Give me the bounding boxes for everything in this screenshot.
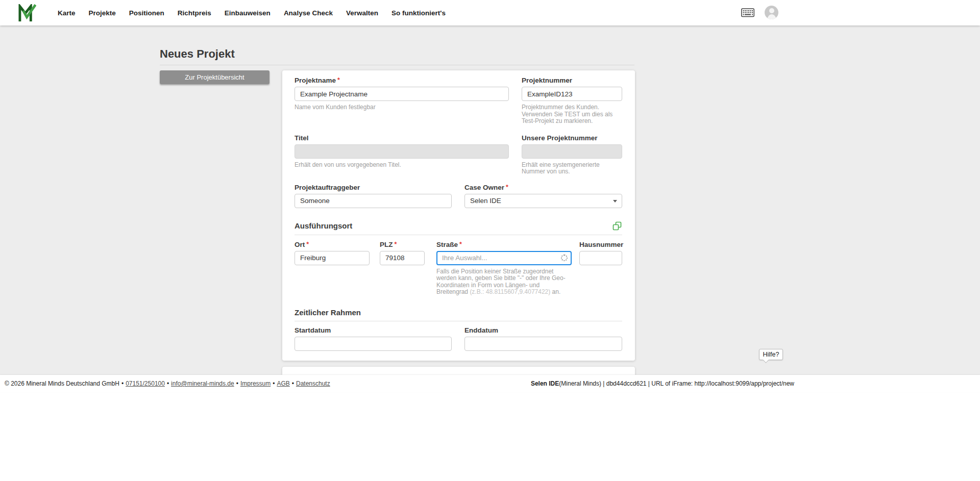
projektname-input[interactable] <box>295 87 509 101</box>
field-unsere-projektnummer: Unsere Projektnummer Erhält eine systemg… <box>522 134 622 175</box>
projektauftraggeber-label: Projektauftraggeber <box>295 184 452 192</box>
case-owner-select[interactable]: Selen IDE <box>464 194 622 208</box>
required-asterisk: * <box>337 77 340 84</box>
page-title: Neues Projekt <box>160 47 235 61</box>
hausnummer-label: Hausnummer <box>579 241 622 249</box>
field-enddatum: Enddatum <box>464 326 622 351</box>
field-titel: Titel Erhält den von uns vorgegebenen Ti… <box>295 134 509 175</box>
mineral-minds-logo-icon[interactable] <box>18 4 36 21</box>
case-owner-label: Case Owner <box>464 184 504 191</box>
enddatum-label: Enddatum <box>464 326 622 335</box>
nav-item-karte[interactable]: Karte <box>58 9 76 17</box>
hausnummer-input[interactable] <box>579 251 622 265</box>
footer-separator: • <box>273 380 275 387</box>
avatar-head <box>769 8 774 13</box>
nav-item-positionen[interactable]: Positionen <box>129 9 164 17</box>
required-asterisk: * <box>459 241 462 248</box>
plz-input[interactable] <box>380 251 425 265</box>
footer-separator: • <box>292 380 294 387</box>
content-area: Neues Projekt Zur Projektübersicht Proje… <box>0 26 980 375</box>
section-divider <box>295 235 622 235</box>
strasse-input-wrap <box>436 251 572 265</box>
nav-item-verwalten[interactable]: Verwalten <box>346 9 378 17</box>
projektauftraggeber-input[interactable] <box>295 194 452 208</box>
field-projektname: Projektname* Name vom Kunden festlegbar <box>295 77 509 125</box>
zeitlicher-rahmen-heading: Zeitlicher Rahmen <box>295 308 361 317</box>
top-navbar: KarteProjektePositionenRichtpreisEinbauw… <box>0 0 980 26</box>
chevron-down-icon <box>613 200 617 202</box>
footer-bar: © 2026 Mineral Minds Deutschland GmbH•07… <box>0 375 980 392</box>
strasse-label: Straße <box>436 241 458 248</box>
field-plz: PLZ* <box>380 241 425 296</box>
startdatum-label: Startdatum <box>295 326 452 335</box>
form-row-2: Titel Erhält den von uns vorgegebenen Ti… <box>295 134 622 175</box>
plz-label: PLZ <box>380 241 393 248</box>
user-avatar-icon[interactable] <box>765 6 778 19</box>
nav-item-analyse-check[interactable]: Analyse Check <box>284 9 333 17</box>
projektname-label: Projektname <box>295 77 336 84</box>
section-divider <box>295 321 622 321</box>
form-row-3: Projektauftraggeber Case Owner* Selen ID… <box>295 184 622 208</box>
field-strasse: Straße* Falls die Position keiner Straße… <box>436 241 572 296</box>
startdatum-input[interactable] <box>295 337 452 351</box>
back-to-project-overview-button[interactable]: Zur Projektübersicht <box>160 70 270 84</box>
projektnummer-label: Projektnummer <box>522 77 622 85</box>
field-ort: Ort* <box>295 241 370 296</box>
unsere-projektnummer-label: Unsere Projektnummer <box>522 134 622 142</box>
form-row-4: Ort* PLZ* Straße* Falls die Position kei… <box>295 241 622 296</box>
footer-link-agb[interactable]: AGB <box>277 380 289 387</box>
nav-item-projekte[interactable]: Projekte <box>89 9 116 17</box>
copy-address-icon[interactable] <box>612 221 622 231</box>
case-owner-selected-value: Selen IDE <box>470 197 501 205</box>
nav-links: KarteProjektePositionenRichtpreisEinbauw… <box>58 0 446 26</box>
next-section-card-partial <box>282 367 635 375</box>
app-screen: KarteProjektePositionenRichtpreisEinbauw… <box>0 0 980 481</box>
footer-link-impressum[interactable]: Impressum <box>240 380 271 387</box>
field-case-owner: Case Owner* Selen IDE <box>464 184 622 208</box>
help-button[interactable]: Hilfe? <box>759 349 783 360</box>
loading-spinner-icon <box>561 255 568 261</box>
nav-item-einbauweisen[interactable]: Einbauweisen <box>225 9 271 17</box>
ausfuehrungsort-heading: Ausführungsort <box>295 221 352 231</box>
footer-left: © 2026 Mineral Minds Deutschland GmbH•07… <box>5 375 330 392</box>
unsere-projektnummer-input <box>522 144 622 159</box>
field-projektauftraggeber: Projektauftraggeber <box>295 184 452 208</box>
footer-link-07151-250100[interactable]: 07151/250100 <box>126 380 165 387</box>
footer-right: Selen IDE (Mineral Minds) | dbd44dccd621… <box>531 375 794 392</box>
ort-label: Ort <box>295 241 305 248</box>
footer-user: Selen IDE <box>531 380 559 387</box>
enddatum-input[interactable] <box>464 337 622 351</box>
strasse-input[interactable] <box>436 251 572 265</box>
form-row-5: Startdatum Enddatum <box>295 326 622 351</box>
avatar-torso <box>767 14 776 19</box>
unsere-projektnummer-helper: Erhält eine systemgenerierte Nummer von … <box>522 162 622 175</box>
footer-separator: • <box>236 380 238 387</box>
projektnummer-input[interactable] <box>522 87 622 101</box>
required-asterisk: * <box>306 241 309 248</box>
nav-item-so-funktioniert-s[interactable]: So funktioniert's <box>391 9 446 17</box>
field-projektnummer: Projektnummer Projektnummer des Kunden. … <box>522 77 622 125</box>
section-header-zeitlicher-rahmen: Zeitlicher Rahmen <box>295 308 622 317</box>
footer-separator: • <box>121 380 124 387</box>
footer-link-datenschutz[interactable]: Datenschutz <box>296 380 330 387</box>
title-divider <box>160 65 634 65</box>
section-header-ausfuehrungsort: Ausführungsort <box>295 221 622 231</box>
keyboard-icon[interactable] <box>741 8 754 17</box>
new-project-form-card: Projektname* Name vom Kunden festlegbar … <box>282 70 635 361</box>
nav-item-richtpreis[interactable]: Richtpreis <box>178 9 211 17</box>
footer-link-info-mineral-minds-de[interactable]: info@mineral-minds.de <box>171 380 234 387</box>
field-hausnummer: Hausnummer <box>579 241 622 296</box>
projektname-helper: Name vom Kunden festlegbar <box>295 104 509 111</box>
footer-separator: • <box>167 380 169 387</box>
footer-copyright: © 2026 Mineral Minds Deutschland GmbH <box>5 380 119 387</box>
ort-input[interactable] <box>295 251 370 265</box>
strasse-helper: Falls die Position keiner Straße zugeord… <box>436 268 572 296</box>
form-row-1: Projektname* Name vom Kunden festlegbar … <box>295 77 622 125</box>
footer-session-info: (Mineral Minds) | dbd44dccd621 | URL of … <box>559 380 794 387</box>
required-asterisk: * <box>506 184 508 191</box>
titel-input <box>295 144 509 159</box>
strasse-helper-suffix: an. <box>550 288 560 295</box>
strasse-helper-example: (z.B.: 48.8115607,9.4077422) <box>470 288 550 295</box>
titel-helper: Erhält den von uns vorgegebenen Titel. <box>295 162 509 169</box>
titel-label: Titel <box>295 134 509 142</box>
